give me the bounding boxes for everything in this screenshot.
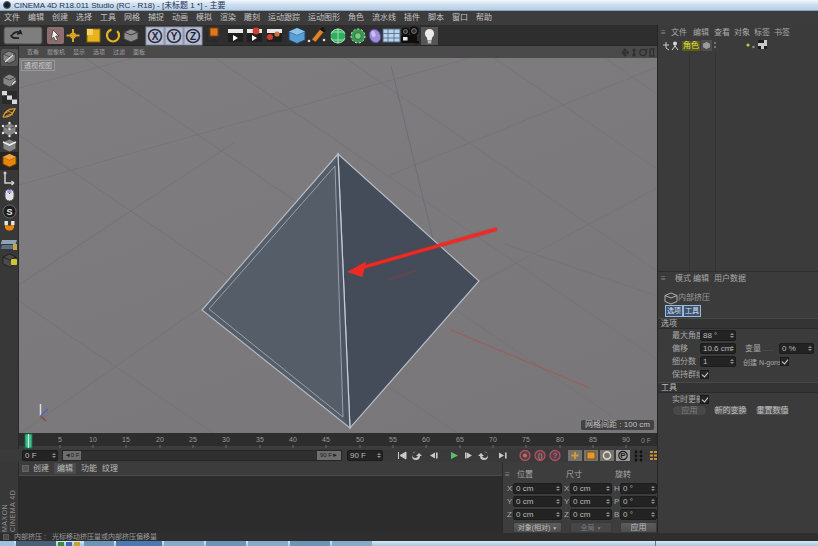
svg-text:40: 40 — [289, 436, 297, 443]
svg-text:65: 65 — [456, 436, 464, 443]
svg-text:75: 75 — [522, 436, 530, 443]
svg-text:55: 55 — [389, 436, 397, 443]
svg-text:?: ? — [553, 452, 557, 459]
svg-text:P: P — [620, 451, 626, 460]
svg-text:45: 45 — [322, 436, 330, 443]
svg-text:S: S — [6, 207, 12, 217]
svg-text:0 F: 0 F — [641, 437, 651, 444]
svg-text:(): () — [538, 452, 543, 460]
svg-text:10: 10 — [89, 436, 97, 443]
svg-text:90: 90 — [622, 436, 630, 443]
svg-text:60: 60 — [422, 436, 430, 443]
svg-text:25: 25 — [189, 436, 197, 443]
svg-text:X: X — [152, 31, 159, 42]
svg-text:15: 15 — [122, 436, 130, 443]
svg-text:35: 35 — [256, 436, 264, 443]
svg-text:20: 20 — [156, 436, 164, 443]
svg-text:30: 30 — [222, 436, 230, 443]
svg-text:70: 70 — [489, 436, 497, 443]
svg-text:85: 85 — [589, 436, 597, 443]
svg-text:50: 50 — [356, 436, 364, 443]
svg-text:Y: Y — [171, 31, 178, 42]
svg-text:80: 80 — [556, 436, 564, 443]
svg-text:5: 5 — [58, 436, 62, 443]
svg-text:Z: Z — [190, 31, 196, 42]
